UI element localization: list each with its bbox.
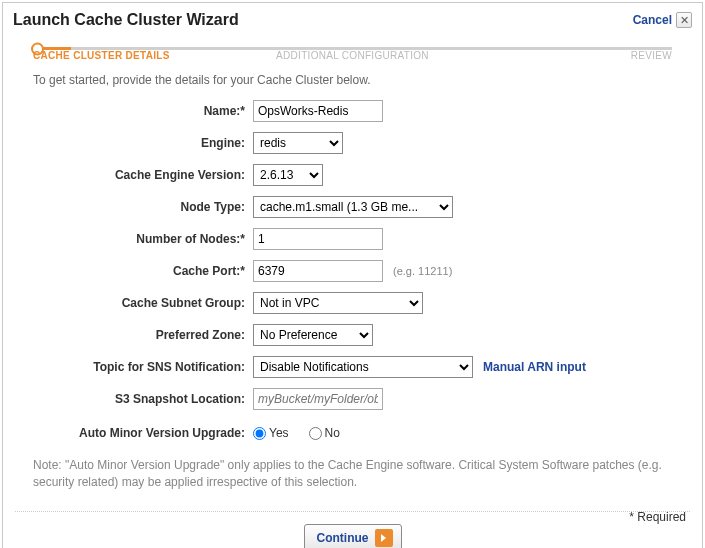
manual-arn-link[interactable]: Manual ARN input [483,360,586,374]
label-name: Name:* [33,104,253,118]
step-label-1: CACHE CLUSTER DETAILS [33,50,246,61]
pref-zone-select[interactable]: No Preference [253,324,373,346]
wizard-dialog: Launch Cache Cluster Wizard Cancel ✕ CAC… [2,2,703,548]
wizard-stepper [3,33,702,50]
s3-snapshot-input[interactable] [253,388,383,410]
arrow-right-icon [375,529,393,547]
num-nodes-input[interactable] [253,228,383,250]
sns-topic-select[interactable]: Disable Notifications [253,356,473,378]
cancel-group: Cancel ✕ [633,12,692,28]
step-label-3: REVIEW [459,50,672,61]
stepper-labels: CACHE CLUSTER DETAILS ADDITIONAL CONFIGU… [3,50,702,67]
label-sns-topic: Topic for SNS Notification: [33,360,253,374]
required-legend: * Required [629,510,686,524]
auto-minor-no-wrap[interactable]: No [309,426,340,440]
label-cache-port: Cache Port:* [33,264,253,278]
label-node-type: Node Type: [33,200,253,214]
cache-port-input[interactable] [253,260,383,282]
auto-minor-no-radio[interactable] [309,427,322,440]
label-engine: Engine: [33,136,253,150]
engine-version-select[interactable]: 2.6.13 [253,164,323,186]
dialog-header: Launch Cache Cluster Wizard Cancel ✕ [3,3,702,33]
cancel-link[interactable]: Cancel [633,13,672,27]
continue-button-label: Continue [317,531,369,545]
name-input[interactable] [253,100,383,122]
dialog-footer: * Required Continue [3,512,702,548]
label-subnet-group: Cache Subnet Group: [33,296,253,310]
label-pref-zone: Preferred Zone: [33,328,253,342]
node-type-select[interactable]: cache.m1.small (1.3 GB me... [253,196,453,218]
auto-minor-no-label: No [325,426,340,440]
label-num-nodes: Number of Nodes:* [33,232,253,246]
intro-text: To get started, provide the details for … [3,67,702,99]
auto-minor-yes-radio[interactable] [253,427,266,440]
engine-select[interactable]: redis [253,132,343,154]
label-s3-snapshot: S3 Snapshot Location: [33,392,253,406]
step-label-2: ADDITIONAL CONFIGURATION [246,50,459,61]
subnet-group-select[interactable]: Not in VPC [253,292,423,314]
cache-port-hint: (e.g. 11211) [393,265,452,277]
auto-minor-yes-label: Yes [269,426,289,440]
continue-button[interactable]: Continue [304,524,402,548]
close-icon[interactable]: ✕ [676,12,692,28]
label-auto-minor: Auto Minor Version Upgrade: [33,426,253,440]
dialog-title: Launch Cache Cluster Wizard [13,11,239,29]
auto-minor-note: Note: "Auto Minor Version Upgrade" only … [3,453,702,505]
auto-minor-yes-wrap[interactable]: Yes [253,426,289,440]
form: Name:* Engine: redis Cache Engine Versio… [3,99,702,445]
label-engine-version: Cache Engine Version: [33,168,253,182]
